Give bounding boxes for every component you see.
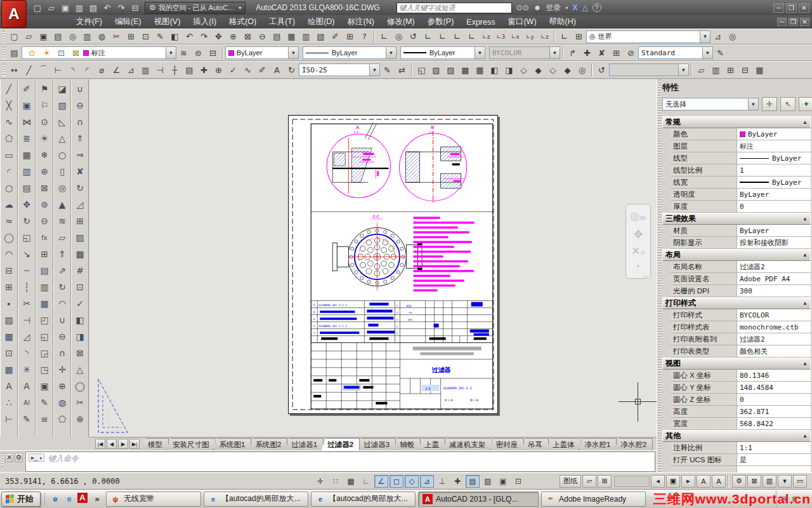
quick-view-layouts-icon[interactable]: ▱ (582, 475, 596, 488)
layer-freeze-icon[interactable]: ☀ (37, 130, 53, 147)
view-se-iso-icon[interactable]: ◆ (531, 64, 546, 77)
imageready-window-taskbutton[interactable]: ✒Adobe ImageReady (541, 491, 646, 507)
layer-combo[interactable]: ⊙☀⊡⊠ 标注 ▼ (22, 46, 176, 59)
dim-arc-length-icon[interactable]: ⌒ (36, 64, 51, 77)
menu-Express[interactable]: Express (460, 15, 501, 29)
autocad-window-taskbutton[interactable]: AAutoCAD 2013 - [GLQ... (418, 491, 539, 507)
toolbar-grip[interactable] (2, 46, 5, 59)
polyline-edit-icon[interactable]: ↱ (565, 46, 580, 60)
stretch-icon[interactable]: ↘ (19, 246, 35, 262)
navigation-bar[interactable]: ◎2D ✥ ✕⊙ ▾ ⊖ (625, 204, 651, 279)
table-icon[interactable]: ▦ (1, 361, 17, 378)
layout-from-template-icon[interactable]: ▥ (709, 64, 723, 77)
property-value[interactable]: ByLayer (737, 177, 811, 188)
color-edges-icon[interactable]: ▩ (72, 246, 88, 262)
selection-cycling-toggle[interactable]: ⊡ (511, 475, 525, 488)
quick-dimension-icon[interactable]: ⊿ (124, 64, 138, 77)
combo-arrow-icon[interactable]: ▼ (702, 47, 712, 58)
rotate-faces-icon[interactable]: ↻ (72, 180, 88, 196)
dim-inspect-icon[interactable]: ✓ (226, 64, 240, 77)
cut-icon[interactable]: ✂ (109, 30, 124, 43)
layer-properties-manager-icon[interactable]: ▤ (7, 46, 22, 60)
layer-match-icon[interactable]: ⚐ (37, 97, 53, 114)
layer-walk-icon[interactable]: ⚑ (37, 81, 53, 97)
copy-clip-icon[interactable]: ⊞ (124, 30, 138, 43)
hatch-icon[interactable]: ▨ (1, 312, 17, 328)
layout-tab-净水腔1[interactable]: 净水腔1 (579, 438, 617, 450)
explode-icon[interactable]: ✳ (19, 361, 35, 378)
mtext-icon[interactable]: A (19, 378, 35, 394)
extend-icon[interactable]: ⊣ (19, 312, 35, 328)
transparency-toggle[interactable]: ▧ (481, 475, 495, 488)
property-value[interactable]: monochrome.ctb (737, 321, 811, 333)
combo-arrow-icon[interactable]: ▼ (748, 98, 758, 110)
quick-calc-icon[interactable]: ⊞ (343, 30, 357, 43)
copy-nested-icon[interactable]: ⊞ (37, 246, 53, 262)
break-at-point-icon[interactable]: ┆ (19, 279, 35, 295)
camera-icon[interactable]: ◎ (575, 64, 589, 77)
3d-move-icon[interactable]: ✛ (55, 361, 70, 378)
new-layout-icon[interactable]: ▱ (694, 64, 709, 77)
property-value[interactable]: 568.8422 (737, 418, 811, 429)
property-value[interactable]: 是 (737, 454, 811, 465)
dim-text-edit-icon[interactable]: A (270, 64, 284, 77)
layer-on-bulb-icon[interactable]: ⊙ (25, 46, 39, 59)
sweep-icon[interactable]: ⇗ (55, 262, 70, 279)
command-wrench-icon[interactable]: ⚙ (15, 453, 23, 462)
collapse-icon[interactable]: ▲ (802, 216, 808, 222)
property-value[interactable]: 362.871 (737, 406, 811, 417)
named-views-icon[interactable]: ◱ (414, 64, 429, 77)
view-bottom-icon[interactable]: ▨ (443, 64, 458, 77)
torus-icon[interactable]: ◎ (55, 180, 70, 196)
layer-freeze-sun-icon[interactable]: ☀ (39, 46, 54, 59)
check-icon[interactable]: ✓ (72, 295, 88, 312)
help-icon[interactable]: ? (593, 3, 601, 12)
interference-icon[interactable]: ◍ (55, 394, 70, 411)
text-to-front-icon[interactable]: ▣ (37, 378, 53, 394)
restore-button[interactable]: ❐ (786, 3, 797, 13)
menu-视图(V)[interactable]: 视图(V) (148, 15, 187, 29)
fillet-icon[interactable]: ◝ (19, 345, 35, 361)
insert-block-icon[interactable]: ⊟ (1, 262, 17, 279)
menu-绘图(D)[interactable]: 绘图(D) (301, 15, 341, 29)
ucs-origin-icon[interactable]: ∟ (464, 30, 479, 43)
polysolid-icon[interactable]: ◪ (55, 81, 70, 97)
loft-icon[interactable]: ◠ (55, 295, 70, 312)
text-style-combo[interactable]: Standard▼ (638, 46, 713, 59)
draw-order-front-icon[interactable]: ▤ (37, 262, 53, 279)
ie-quicklaunch-icon[interactable]: e (49, 493, 62, 505)
layout-tab-过滤器2[interactable]: 过滤器2 (321, 438, 360, 450)
slice-icon[interactable]: ✂ (72, 394, 88, 411)
single-viewport-icon[interactable]: ▦ (752, 64, 767, 77)
page-setup-icon[interactable]: ⊞ (723, 64, 738, 77)
toolbar-grip[interactable] (2, 64, 5, 76)
menu-标注(N)[interactable]: 标注(N) (341, 15, 381, 29)
ucs-x-icon[interactable]: ∟x (508, 30, 523, 43)
collapse-icon[interactable]: ▲ (802, 252, 808, 258)
property-value[interactable]: ByLayer (737, 128, 811, 140)
property-value[interactable]: 过滤器2 (737, 333, 811, 345)
cylinder-icon[interactable]: ▯ (55, 163, 70, 180)
ellipse-icon[interactable]: ◯ (1, 229, 17, 246)
layer-isolate-icon[interactable]: ⊙ (37, 114, 53, 130)
polygon-icon[interactable]: ⬠ (1, 130, 17, 147)
plot-icon[interactable]: ▤ (51, 30, 65, 43)
annotate-icon[interactable]: ✎ (37, 394, 53, 411)
print-icon[interactable]: ⊟ (128, 1, 142, 14)
signin-link[interactable]: 登录 (546, 3, 561, 13)
undo-icon[interactable]: ↶ (100, 1, 114, 14)
color-combo[interactable]: ByLayer▼ (225, 46, 299, 59)
new-icon[interactable]: ▢ (30, 1, 44, 14)
point-icon[interactable]: ∙ (1, 295, 17, 312)
sheet-set-manager-icon[interactable]: ▧ (313, 30, 328, 43)
combo-arrow-icon[interactable]: ▼ (288, 47, 298, 58)
property-value[interactable]: ByLayer (737, 152, 811, 164)
layout-tab-上盖体[interactable]: 上盖体 (546, 438, 581, 450)
viewports-dialog-icon[interactable]: ⊟ (738, 64, 752, 77)
view-top-icon[interactable]: ▧ (429, 64, 443, 77)
clean-screen-icon[interactable]: ▭ (793, 475, 807, 488)
search-binoculars-icon[interactable]: ⊙⊙ (516, 3, 529, 12)
polar-tracking-toggle[interactable]: ∠ (374, 475, 388, 488)
dim-ordinate-icon[interactable]: ⊢ (51, 64, 65, 77)
annotation-visibility-icon[interactable]: A (697, 475, 710, 488)
